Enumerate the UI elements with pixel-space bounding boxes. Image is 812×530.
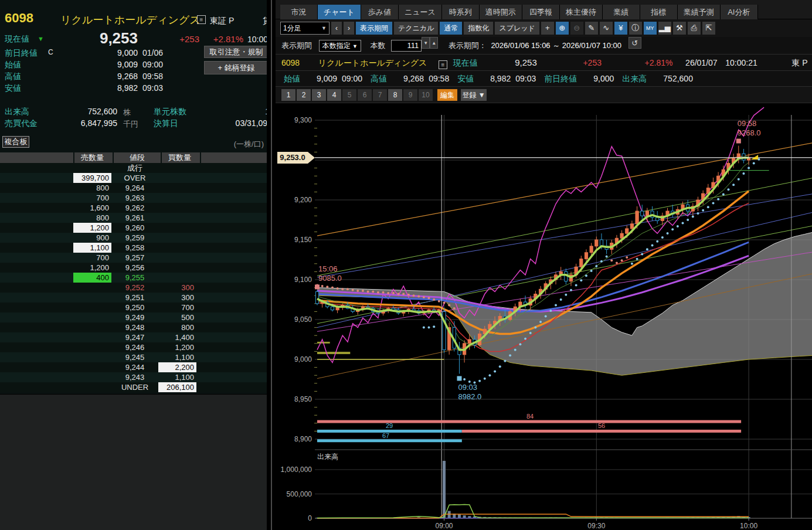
timeframe-select[interactable]: 1分足▼ — [280, 22, 329, 35]
chart-area[interactable]: 8429566715:069085.009:038982.009:589268.… — [276, 103, 812, 530]
edit-button[interactable]: 編集 — [437, 89, 457, 101]
price-cell[interactable]: 9,243 — [111, 372, 158, 382]
book-row[interactable]: 4009,255 — [0, 273, 267, 283]
page-button-3[interactable]: 3 — [312, 89, 326, 101]
printer-icon[interactable]: ⎙ — [688, 22, 701, 35]
book-row[interactable]: 9,249500 — [0, 312, 267, 322]
book-row[interactable]: 9,2461,200 — [0, 342, 267, 352]
price-cell[interactable]: 9,256 — [111, 263, 158, 273]
book-row[interactable]: 9009,259 — [0, 233, 267, 243]
wave-icon[interactable]: ∿ — [600, 22, 613, 35]
price-cell[interactable]: 9,251 — [111, 293, 158, 303]
book-row[interactable]: 9,2431,100 — [0, 372, 267, 382]
add-icon[interactable]: + — [541, 22, 554, 35]
pencil-icon[interactable]: ✎ — [585, 22, 598, 35]
page-button-1[interactable]: 1 — [281, 89, 295, 101]
trade-caution-button[interactable]: 取引注意・規制 — [204, 46, 267, 58]
page-button-5[interactable]: 5 — [342, 89, 356, 101]
sell-qty[interactable]: 800 — [73, 213, 111, 223]
zoom-in-icon[interactable]: ⊕ — [556, 22, 569, 35]
price-cell[interactable]: 9,245 — [111, 352, 158, 362]
info-icon[interactable]: ⓘ — [629, 22, 642, 35]
book-row[interactable]: 9,250700 — [0, 303, 267, 312]
tab-四季報[interactable]: 四季報 — [522, 5, 560, 19]
buy-qty[interactable]: 2,200 — [158, 362, 196, 372]
page-button-8[interactable]: 8 — [388, 89, 402, 101]
zoom-out-icon[interactable]: ⊖ — [570, 22, 583, 35]
sell-qty[interactable]: 1,200 — [73, 263, 111, 273]
page-button-9[interactable]: 9 — [403, 89, 417, 101]
sell-qty[interactable]: 700 — [73, 253, 111, 263]
normal-button[interactable]: 通常 — [440, 22, 462, 35]
price-cell[interactable]: 9,262 — [111, 203, 158, 213]
page-button-7[interactable]: 7 — [373, 89, 387, 101]
tab-業績[interactable]: 業績 — [603, 5, 640, 19]
sell-qty[interactable] — [73, 362, 111, 372]
sell-qty[interactable]: 399,700 — [73, 173, 111, 183]
period-button[interactable]: 表示期間 — [356, 22, 392, 35]
yen-icon[interactable]: ¥ — [614, 22, 627, 35]
buy-qty[interactable]: 1,200 — [158, 342, 196, 352]
buy-qty[interactable]: 1,100 — [158, 372, 196, 382]
register-symbol-button[interactable]: + 銘柄登録 — [204, 61, 267, 74]
buy-qty[interactable] — [158, 273, 196, 283]
buy-qty[interactable] — [158, 173, 196, 183]
count-up-button[interactable]: ▲ — [430, 37, 438, 49]
tab-歩み値[interactable]: 歩み値 — [361, 5, 399, 19]
buy-qty[interactable] — [158, 163, 196, 173]
book-row[interactable]: 8009,264 — [0, 183, 267, 193]
book-row[interactable]: 7009,263 — [0, 193, 267, 203]
book-row[interactable]: 9,248800 — [0, 322, 267, 332]
buy-qty[interactable]: 500 — [158, 312, 196, 322]
register-dropdown[interactable]: 登録 ▼ — [461, 89, 487, 101]
my-chart-icon[interactable]: MY — [644, 22, 657, 35]
book-row[interactable]: 成行 — [0, 163, 267, 173]
tab-市況[interactable]: 市況 — [280, 5, 318, 19]
count-mode-dropdown[interactable]: 本数指定 ▼ — [319, 40, 361, 52]
sell-qty[interactable] — [73, 312, 111, 322]
prev-button[interactable]: ‹ — [331, 22, 342, 35]
sell-qty[interactable] — [73, 322, 111, 332]
price-cell[interactable]: 9,252 — [111, 283, 158, 293]
price-cell[interactable]: 9,257 — [111, 253, 158, 263]
price-cell[interactable]: 9,264 — [111, 183, 158, 193]
book-row[interactable]: 9,2442,200 — [0, 362, 267, 372]
price-cell[interactable]: UNDER — [111, 382, 158, 392]
page-button-2[interactable]: 2 — [297, 89, 311, 101]
book-row[interactable]: 7009,257 — [0, 253, 267, 263]
tab-チャート[interactable]: チャート — [318, 5, 361, 19]
tab-適時開示[interactable]: 適時開示 — [480, 5, 522, 19]
price-cell[interactable]: 9,247 — [111, 332, 158, 342]
sell-qty[interactable]: 700 — [73, 193, 111, 203]
buy-qty[interactable] — [158, 203, 196, 213]
price-cell[interactable]: 9,263 — [111, 193, 158, 203]
book-row[interactable]: UNDER206,100 — [0, 382, 267, 392]
price-cell[interactable]: 9,258 — [111, 243, 158, 253]
buy-qty[interactable]: 300 — [158, 293, 196, 303]
next-button[interactable]: › — [344, 22, 354, 35]
price-cell[interactable]: 9,246 — [111, 342, 158, 352]
sell-qty[interactable] — [73, 372, 111, 382]
price-cell[interactable]: 9,259 — [111, 233, 158, 243]
page-button-10[interactable]: 10 — [419, 89, 433, 101]
sell-qty[interactable] — [73, 332, 111, 342]
book-row[interactable]: 9,2451,100 — [0, 352, 267, 362]
price-chart[interactable]: 8429566715:069085.009:038982.009:589268.… — [276, 103, 812, 530]
price-cell[interactable]: 9,250 — [111, 303, 158, 312]
sell-qty[interactable] — [73, 342, 111, 352]
buy-qty[interactable]: 300 — [158, 283, 196, 293]
composite-board-button[interactable]: 複合板 — [2, 136, 29, 148]
spread-button[interactable]: スプレッド — [495, 22, 539, 35]
sell-qty[interactable] — [73, 303, 111, 312]
tab-AI分析[interactable]: AI分析 — [721, 5, 758, 19]
page-button-4[interactable]: 4 — [327, 89, 341, 101]
sell-qty[interactable]: 1,100 — [73, 243, 111, 253]
export-icon[interactable]: ⇱ — [702, 22, 715, 35]
price-cell[interactable]: 9,248 — [111, 322, 158, 332]
buy-qty[interactable]: 800 — [158, 322, 196, 332]
count-down-button[interactable]: ▼ — [422, 37, 430, 49]
buy-qty[interactable] — [158, 183, 196, 193]
sell-qty[interactable] — [73, 352, 111, 362]
tab-業績予測[interactable]: 業績予測 — [678, 5, 721, 19]
price-cell[interactable]: OVER — [111, 173, 158, 183]
